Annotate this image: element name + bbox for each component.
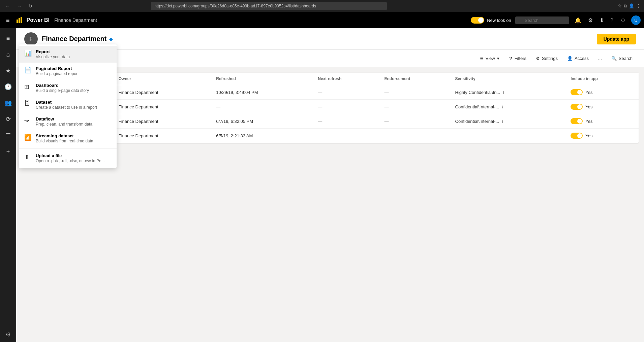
filters-button[interactable]: ⧩ Filters [505,54,530,63]
dropdown-item-icon-1: 📄 [24,66,31,74]
toolbar-search[interactable]: 🔍 Search [608,54,636,63]
dropdown-item-title-5: Streaming dataset [36,133,93,138]
workspace-nav-label: Finance Department [54,18,97,23]
settings-toolbar-button[interactable]: ⚙ Settings [532,54,561,63]
browser-menu-icon[interactable]: ⋮ [636,3,641,9]
row-next-refresh: — [312,85,379,100]
row-endorsement: — [379,129,450,143]
sidebar-item-favorites[interactable]: ★ [1,63,16,78]
dropdown-item-text-2: Dashboard Build a single-page data story [36,83,89,93]
new-look-switch[interactable] [471,17,484,24]
include-yes-label: Yes [585,90,592,95]
col-endorsement[interactable]: Endorsement [379,73,450,85]
topnav-search-wrapper[interactable] [515,16,569,24]
dropdown-item-desc-4: Prep, clean, and transform data [36,122,92,127]
row-owner: Finance Department [113,114,211,129]
sidebar-item-recent[interactable]: 🕐 [1,79,16,94]
access-label: Access [575,56,589,61]
dropdown-item-dataflow[interactable]: ↝ Dataflow Prep, clean, and transform da… [19,113,117,130]
hamburger-menu-icon[interactable]: ≡ [3,15,12,25]
dropdown-item-desc-2: Build a single-page data story [36,88,89,93]
refresh-button[interactable]: ↻ [26,3,34,9]
dropdown-item-icon-2: ⊞ [24,83,31,91]
extensions-icon[interactable]: ⧉ [624,3,627,9]
col-include-in-app[interactable]: Include in app [565,73,639,85]
update-app-button[interactable]: Update app [597,34,636,44]
topnav-right: New look on 🔔 ⚙ ⬇ ? ☺ U [471,15,641,25]
sidebar-item-create[interactable]: + [1,144,16,159]
dropdown-item-upload-a-file[interactable]: ⬆ Upload a file Open a .pbix, .rdl, .xls… [19,150,117,167]
settings-button[interactable]: ⚙ [587,16,594,25]
new-look-toggle[interactable]: New look on [471,17,511,24]
url-bar[interactable] [151,2,387,10]
sidebar-item-workspaces[interactable]: ☰ [1,128,16,143]
include-toggle-3[interactable] [571,133,583,139]
dropdown-item-icon-0: 📊 [24,49,31,57]
sidebar-item-apps[interactable]: 👥 [1,96,16,110]
feedback-button[interactable]: ☺ [619,16,627,25]
dropdown-item-desc-7: Open a .pbix, .rdl, .xlsx, or .csv in Po… [36,159,105,163]
dropdown-item-report[interactable]: 📊 Report Visualize your data [19,46,117,63]
col-next-refresh[interactable]: Next refresh [312,73,379,85]
col-owner[interactable]: Owner [113,73,211,85]
settings-gear-icon: ⚙ [536,56,540,61]
include-toggle-0[interactable] [571,89,583,95]
settings-label: Settings [542,56,558,61]
sensitivity-info-icon[interactable]: ℹ [503,91,504,95]
sidebar-item-settings[interactable]: ⚙ [1,327,16,342]
notification-button[interactable]: 🔔 [573,16,583,25]
topnav-search-input[interactable] [515,16,569,24]
new-look-label: New look on [487,18,511,23]
dropdown-divider [19,148,117,148]
browser-icons: ☆ ⧉ 👤 ⋮ [618,3,641,9]
dropdown-item-streaming-dataset[interactable]: 📶 Streaming dataset Build visuals from r… [19,130,117,147]
user-avatar[interactable]: U [631,15,641,25]
download-button[interactable]: ⬇ [598,16,605,25]
row-sensitivity: Confidential\Internal-... ℹ [450,100,565,114]
col-refreshed[interactable]: Refreshed [211,73,312,85]
help-button[interactable]: ? [609,16,615,25]
row-owner: Finance Department [113,85,211,100]
bookmark-icon[interactable]: ☆ [618,3,622,9]
dropdown-item-text-1: Paginated Report Build a paginated repor… [36,66,79,76]
view-icon: ≣ [480,56,484,61]
row-endorsement: — [379,85,450,100]
workspace-title: Finance Department [42,35,106,43]
sidebar: ≡ ⌂ ★ 🕐 👥 ⟳ ☰ + ⚙ [0,28,16,342]
view-chevron-icon: ▾ [497,56,499,61]
row-include-in-app: Yes [565,129,639,143]
more-icon: ... [598,56,602,61]
sidebar-item-menu[interactable]: ≡ [1,31,16,46]
row-sensitivity: Highly Confidential\In... ℹ [450,85,565,100]
filter-icon: ⧩ [509,56,513,61]
row-owner: Finance Department [113,129,211,143]
include-yes-label: Yes [585,104,592,109]
view-button[interactable]: ≣ View ▾ [477,54,503,63]
row-next-refresh: — [312,100,379,114]
profile-icon[interactable]: 👤 [629,3,634,9]
row-owner: Finance Department [113,100,211,114]
access-button[interactable]: 👤 Access [564,54,592,63]
dropdown-item-title-0: Report [36,49,70,54]
dropdown-item-dashboard[interactable]: ⊞ Dashboard Build a single-page data sto… [19,79,117,96]
dropdown-item-paginated-report[interactable]: 📄 Paginated Report Build a paginated rep… [19,63,117,79]
row-include-in-app: Yes [565,85,639,100]
more-button[interactable]: ... [595,54,605,63]
col-sensitivity[interactable]: Sensitivity [450,73,565,85]
row-next-refresh: — [312,114,379,129]
include-toggle-1[interactable] [571,104,583,110]
sidebar-item-home[interactable]: ⌂ [1,47,16,62]
row-refreshed: — [211,100,312,114]
dropdown-item-desc-3: Create a dataset to use in a report [36,105,97,110]
sensitivity-info-icon[interactable]: ℹ [502,119,503,124]
dropdown-item-title-4: Dataflow [36,116,92,122]
sensitivity-info-icon[interactable]: ℹ [502,105,503,109]
back-button[interactable]: ← [3,3,12,9]
sidebar-item-learn[interactable]: ⟳ [1,112,16,127]
forward-button[interactable]: → [15,3,24,9]
dropdown-item-title-1: Paginated Report [36,66,79,71]
include-toggle-2[interactable] [571,118,583,124]
dropdown-item-dataset[interactable]: 🗄 Dataset Create a dataset to use in a r… [19,96,117,113]
dropdown-item-title-2: Dashboard [36,83,89,88]
access-person-icon: 👤 [567,56,573,61]
